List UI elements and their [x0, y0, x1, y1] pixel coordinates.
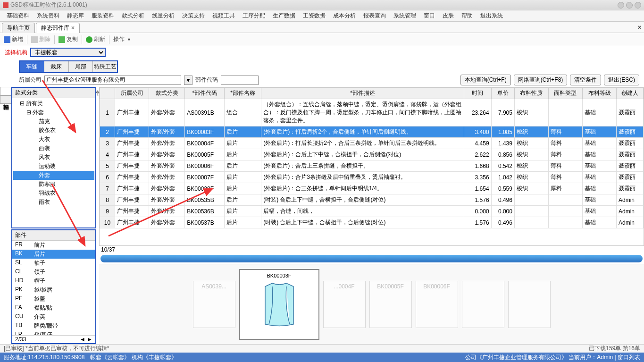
tab-close-icon[interactable]: ×: [71, 25, 75, 31]
tab-静态部件库[interactable]: 静态部件库×: [36, 23, 80, 33]
minimize-button[interactable]: [618, 2, 624, 8]
menu-工资数据[interactable]: 工资数据: [299, 12, 329, 20]
menu-报表查询[interactable]: 报表查询: [360, 12, 390, 20]
window-controls: [618, 2, 641, 8]
refresh-button[interactable]: 刷新: [86, 35, 105, 43]
close-button[interactable]: [635, 2, 641, 8]
menu-成本分析[interactable]: 成本分析: [329, 12, 360, 20]
menu-皮肤[interactable]: 皮肤: [439, 12, 458, 20]
menu-退出系统[interactable]: 退出系统: [477, 12, 507, 20]
menu-生产数据[interactable]: 生产数据: [269, 12, 299, 20]
chevron-down-icon: ▼: [127, 37, 131, 42]
menubar: 基础资料系统资料静态库服装资料款式分析线量分析决策支持视频工具工序分配生产数据工…: [0, 10, 644, 22]
operate-dropdown[interactable]: 操作▼: [113, 35, 131, 43]
menu-款式分析[interactable]: 款式分析: [118, 12, 148, 20]
toolbar: 新增 删除 复制 刷新 操作▼: [0, 33, 644, 46]
menu-系统管理[interactable]: 系统管理: [390, 12, 420, 20]
new-button[interactable]: 新增: [4, 35, 23, 43]
menu-视频工具[interactable]: 视频工具: [209, 12, 239, 20]
tabbar-close-icon[interactable]: ×: [638, 24, 641, 31]
app-logo-icon: [3, 2, 8, 8]
menu-服装资料[interactable]: 服装资料: [88, 12, 118, 20]
maximize-button[interactable]: [626, 2, 633, 8]
titlebar: GSD标准工时软件(2.6.1.0001): [0, 0, 644, 10]
copy-button[interactable]: 复制: [59, 35, 78, 43]
menu-系统资料[interactable]: 系统资料: [33, 12, 63, 20]
menu-基础资料[interactable]: 基础资料: [3, 12, 33, 20]
menu-工序分配[interactable]: 工序分配: [239, 12, 269, 20]
window-title: GSD标准工时软件(2.6.1.0001): [10, 1, 618, 9]
tab-导航主页[interactable]: 导航主页: [2, 23, 35, 33]
document-tabbar: 导航主页静态部件库××: [0, 22, 644, 33]
menu-帮助[interactable]: 帮助: [458, 12, 477, 20]
delete-button[interactable]: 删除: [31, 35, 50, 43]
menu-窗口[interactable]: 窗口: [420, 12, 439, 20]
menu-线量分析[interactable]: 线量分析: [148, 12, 178, 20]
menu-静态库[interactable]: 静态库: [63, 12, 88, 20]
menu-决策支持[interactable]: 决策支持: [178, 12, 209, 20]
